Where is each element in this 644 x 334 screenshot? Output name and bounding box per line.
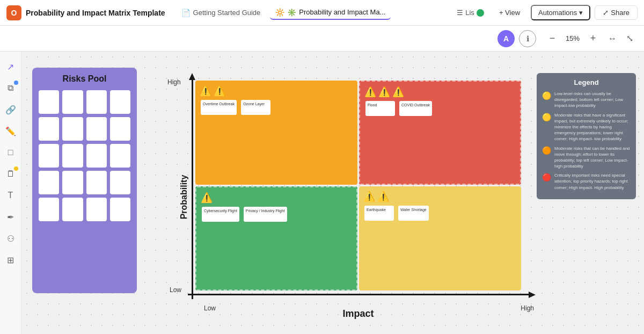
list-button[interactable]: ☰ Lis — [452, 6, 488, 19]
list-item[interactable] — [62, 171, 83, 194]
grid-icon[interactable]: ⊞ — [2, 251, 19, 268]
app-icon: O — [6, 5, 21, 20]
list-item[interactable]: Water Shortage — [398, 206, 429, 221]
list-item[interactable] — [110, 198, 130, 221]
list-item[interactable] — [39, 171, 59, 194]
layers-tool[interactable]: ⧉ — [2, 79, 19, 97]
cursor-tool[interactable]: ↗ — [2, 58, 19, 75]
canvas-area[interactable]: Risks Pool — [21, 52, 644, 334]
topbar-actions: ☰ Lis + View Automations ▾ ⤢ Share — [452, 5, 638, 20]
tab-matrix[interactable]: 🔆 ✳️ Probability and Impact Ma... — [270, 6, 391, 20]
warning-icon: ⚠️ — [214, 85, 225, 97]
zoom-out-button[interactable]: − — [545, 31, 560, 46]
quadrant-top-right[interactable]: ⚠️ ⚠️ ⚠️ Flood COVID Outbreak — [359, 81, 521, 185]
list-item[interactable] — [110, 90, 130, 114]
impact-label: Impact — [342, 308, 374, 320]
x-axis-arrow — [529, 292, 536, 298]
quadrant-grid: ⚠️ ⚠️ Overtime Outbreak Ozone Layer ⚠️ ⚠… — [195, 81, 521, 291]
text-icon[interactable]: T — [2, 187, 19, 204]
risks-pool-title: Risks Pool — [39, 74, 130, 84]
quadrant-top-left[interactable]: ⚠️ ⚠️ Overtime Outbreak Ozone Layer — [195, 81, 357, 185]
note-tool[interactable]: 🗒 — [2, 165, 19, 183]
matrix-label: Probability and Impact Ma... — [299, 8, 385, 16]
list-icon: ☰ — [457, 9, 463, 17]
toolbar: A ℹ − 15% + ↔ ⤡ — [0, 26, 644, 52]
star-icon: ✳️ — [287, 8, 296, 17]
list-item[interactable] — [39, 117, 59, 141]
zoom-level: 15% — [563, 34, 582, 42]
axis-container: High Low Impact Low High — [188, 73, 529, 299]
list-item[interactable]: COVID Outbreak — [399, 101, 432, 116]
list-item[interactable] — [110, 171, 130, 194]
list-item[interactable]: Flood — [365, 101, 395, 116]
main-layout: ↗ ⧉ 🔗 ✏️ □ 🗒 T ✒ ⚇ ⊞ Risks Pool — [0, 52, 644, 334]
avatar[interactable]: A — [497, 30, 515, 47]
legend-icon-yellow: 🟡 — [542, 113, 551, 121]
risks-pool-grid — [39, 90, 130, 221]
list-item[interactable] — [86, 198, 107, 221]
link-icon[interactable]: 🔗 — [2, 101, 19, 118]
view-button[interactable]: + View — [493, 6, 526, 19]
topbar: O Probability and Impact Matrix Template… — [0, 0, 644, 26]
shape-icon[interactable]: □ — [2, 144, 19, 161]
yellow-dot — [14, 166, 18, 171]
legend-text-2: Moderate risks that have a significant i… — [554, 112, 631, 142]
warning-icon: ⚠️ — [363, 191, 375, 202]
list-item[interactable] — [62, 90, 83, 114]
legend-item-3: 🟠 Moderate risks that can be handled and… — [542, 146, 631, 170]
automations-button[interactable]: Automations ▾ — [531, 5, 590, 20]
blue-dot — [14, 81, 18, 85]
share-button[interactable]: ⤢ Share — [595, 5, 638, 20]
list-item[interactable]: Ozone Layer — [241, 100, 270, 115]
list-item[interactable] — [110, 117, 130, 141]
people-icon[interactable]: ⚇ — [2, 230, 19, 247]
list-label: Lis — [465, 9, 474, 17]
cards-bl: Cybersecurity Flight Privacy / Industry … — [201, 206, 352, 223]
list-item[interactable]: Earthquake — [364, 206, 394, 221]
list-item[interactable] — [39, 144, 59, 168]
list-item[interactable]: Cybersecurity Flight — [202, 207, 239, 222]
expand-button[interactable]: ⤡ — [624, 31, 635, 46]
cards-tl: Overtime Outbreak Ozone Layer — [200, 99, 353, 116]
x-axis-line — [188, 294, 529, 295]
list-item[interactable] — [110, 144, 130, 168]
warning-icon: ⚠️ — [364, 86, 376, 98]
legend-text-3: Moderate risks that can be handled and m… — [554, 146, 631, 170]
list-item[interactable]: Privacy / Industry Flight — [244, 207, 287, 222]
pen-icon[interactable]: ✒ — [2, 208, 19, 226]
fit-to-screen-button[interactable]: ↔ — [605, 32, 620, 46]
warning-icons-br: ⚠️ ⚠️ — [363, 191, 517, 202]
legend-text-1: Low-level risks can usually be disregard… — [554, 91, 631, 109]
tab-getting-started[interactable]: 📄 Getting Started Guide — [176, 6, 266, 19]
low-x-label: Low — [204, 304, 216, 312]
list-item[interactable] — [62, 198, 83, 221]
legend-box: Legend 🟡 Low-level risks can usually be … — [537, 73, 636, 199]
list-item[interactable] — [86, 171, 107, 194]
y-axis-arrow — [189, 73, 195, 80]
share-icon: ⤢ — [603, 9, 609, 17]
quadrant-bottom-left[interactable]: ⚠️ Cybersecurity Flight Privacy / Indust… — [195, 186, 357, 291]
warning-icon: ⚠️ — [378, 86, 390, 98]
list-item[interactable] — [86, 90, 107, 114]
list-item[interactable] — [39, 198, 59, 221]
list-item[interactable]: Overtime Outbreak — [201, 100, 237, 115]
chevron-down-icon: ▾ — [579, 9, 583, 17]
doc-title: Probability and Impact Matrix Template — [26, 9, 165, 17]
cards-br: Earthquake Water Shortage — [363, 205, 517, 222]
pencil-icon[interactable]: ✏️ — [2, 122, 19, 140]
info-button[interactable]: ℹ — [519, 30, 536, 47]
warning-icon: ⚠️ — [201, 192, 213, 204]
list-item[interactable] — [62, 117, 83, 141]
quadrant-bottom-right[interactable]: ⚠️ ⚠️ Earthquake Water Shortage — [359, 186, 521, 291]
high-x-label: High — [521, 304, 534, 312]
list-item[interactable] — [39, 90, 59, 114]
share-label: Share — [611, 9, 630, 17]
y-axis-line — [192, 79, 193, 299]
cursor-icon[interactable]: ↗ — [2, 58, 19, 75]
zoom-in-button[interactable]: + — [586, 31, 601, 46]
list-item[interactable] — [86, 144, 107, 168]
list-item[interactable] — [62, 144, 83, 168]
high-y-label: High — [167, 78, 181, 86]
x-axis — [188, 291, 529, 299]
list-item[interactable] — [86, 117, 107, 141]
